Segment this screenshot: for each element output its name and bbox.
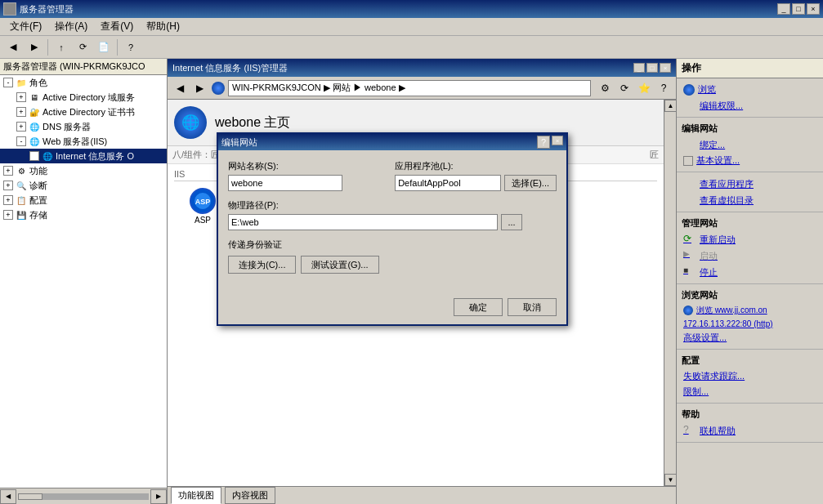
action-start[interactable]: ▶ 启动 xyxy=(677,248,823,264)
tree-toggle-cert[interactable]: + xyxy=(16,107,26,117)
action-browse-ip[interactable]: 172.16.113.222:80 (http) xyxy=(677,318,823,330)
nav-btn2[interactable]: ⟳ xyxy=(615,80,633,96)
menu-view[interactable]: 查看(V) xyxy=(94,18,140,35)
window-controls[interactable]: _ □ × xyxy=(777,3,820,15)
help-icon: ? xyxy=(683,424,696,437)
apps-icon xyxy=(683,177,696,190)
path-input[interactable] xyxy=(228,214,498,230)
left-panel-scrollbar[interactable]: ◀ ▶ xyxy=(0,488,167,504)
menu-action[interactable]: 操作(A) xyxy=(48,18,94,35)
tree-toggle-dns[interactable]: + xyxy=(16,122,26,132)
close-btn[interactable]: × xyxy=(807,3,820,15)
tree-item-diag[interactable]: + 🔍 诊断 xyxy=(0,178,167,193)
action-view-apps[interactable]: 查看应用程序 xyxy=(677,176,823,192)
action-group-app: 查看应用程序 查看虚拟目录 xyxy=(677,172,823,212)
test-settings-btn[interactable]: 测试设置(G)... xyxy=(301,256,378,274)
ok-btn[interactable]: 确定 xyxy=(454,298,503,316)
iis-back-btn[interactable]: ◀ xyxy=(171,80,189,96)
action-online-help[interactable]: ? 联机帮助 xyxy=(677,422,823,439)
action-limits[interactable]: 限制... xyxy=(677,384,823,399)
menu-file[interactable]: 文件(F) xyxy=(3,18,48,35)
select-pool-btn[interactable]: 选择(E)... xyxy=(504,175,557,191)
iis-minimize-btn[interactable]: _ xyxy=(633,63,645,73)
connect-as-btn[interactable]: 连接为(C)... xyxy=(228,256,296,274)
settings-icon xyxy=(683,156,693,166)
tree-item-dns[interactable]: + 🌐 DNS 服务器 xyxy=(0,119,167,134)
content-view-btn[interactable]: 内容视图 xyxy=(225,487,275,504)
action-browse-url[interactable]: 浏览 www.jj.com.on xyxy=(677,303,823,318)
tree-item-features[interactable]: + ⚙ 功能 xyxy=(0,163,167,178)
action-group-edit-site: 编辑网站 绑定... 基本设置... xyxy=(677,118,823,172)
action-view-vdir[interactable]: 查看虚拟目录 xyxy=(677,192,823,208)
action-edit-perms[interactable]: 编辑权限... xyxy=(677,97,823,114)
back-btn[interactable]: ◀ xyxy=(3,38,23,56)
folder-icon: 📁 xyxy=(15,76,28,89)
action-stop[interactable]: ■ 停止 xyxy=(677,264,823,280)
action-restart[interactable]: ⟳ 重新启动 xyxy=(677,231,823,248)
dialog-body: 网站名称(S): 应用程序池(L): 选择(E)... xyxy=(218,150,566,293)
nav-btn1[interactable]: ⚙ xyxy=(596,80,614,96)
dialog-controls[interactable]: ? × xyxy=(537,136,563,149)
dialog-question-btn[interactable]: ? xyxy=(537,136,550,149)
action-group-browse-site: 浏览网站 浏览 www.jj.com.on 172.16.113.222:80 … xyxy=(677,284,823,350)
nav-path-bar: WIN-PKRMGK9JCON ▶ 网站 ▶ webone ▶ xyxy=(228,80,591,96)
forward-btn[interactable]: ▶ xyxy=(25,38,44,56)
browse-site-title: 浏览网站 xyxy=(677,288,823,303)
site-name-input[interactable] xyxy=(228,175,342,191)
refresh-btn[interactable]: ⟳ xyxy=(73,38,92,56)
help-group-title: 帮助 xyxy=(677,407,823,422)
tree-item-config[interactable]: + 📋 配置 xyxy=(0,193,167,207)
help-icon[interactable]: ? xyxy=(121,38,141,56)
action-failed-req[interactable]: 失败请求跟踪... xyxy=(677,368,823,384)
app-pool-input[interactable] xyxy=(395,175,501,191)
dialog-close-btn[interactable]: × xyxy=(552,136,563,145)
tree-item-iis-mgr[interactable]: + 🌐 Internet 信息服务 O xyxy=(0,149,167,163)
tree-item-storage[interactable]: + 💾 存储 xyxy=(0,207,167,222)
tree-toggle-roles[interactable]: - xyxy=(3,78,13,87)
tree-toggle-iis-mgr[interactable]: + xyxy=(29,151,39,161)
browse-btn[interactable]: ... xyxy=(501,214,522,230)
vdir-icon xyxy=(683,194,696,207)
tree-toggle-diag[interactable]: + xyxy=(3,181,13,190)
tree-toggle-config[interactable]: + xyxy=(3,195,13,205)
tree-item-ad-domain[interactable]: + 🖥 Active Directory 域服务 xyxy=(0,90,167,105)
left-panel: 服务器管理器 (WIN-PKRMGK9JCO - 📁 角色 + 🖥 Active… xyxy=(0,59,168,504)
tree-item-iis[interactable]: - 🌐 Web 服务器(IIS) xyxy=(0,134,167,149)
up-btn[interactable]: ↑ xyxy=(51,38,71,56)
new-btn[interactable]: 📄 xyxy=(94,38,114,56)
minimize-btn[interactable]: _ xyxy=(777,3,790,15)
scroll-thumb xyxy=(18,493,42,500)
maximize-btn[interactable]: □ xyxy=(792,3,805,15)
nav-btn3[interactable]: ⭐ xyxy=(635,80,653,96)
tree-toggle-ad[interactable]: + xyxy=(16,92,26,102)
scroll-left-btn[interactable]: ◀ xyxy=(0,489,16,504)
tree-toggle-storage[interactable]: + xyxy=(3,210,13,220)
action-advanced[interactable]: 高级设置... xyxy=(677,330,823,346)
start-icon: ▶ xyxy=(683,249,696,262)
tree-item-ad-cert[interactable]: + 🔐 Active Directory 证书书 xyxy=(0,105,167,119)
cancel-btn[interactable]: 取消 xyxy=(508,298,557,316)
config-group-title: 配置 xyxy=(677,353,823,368)
iis-forward-btn[interactable]: ▶ xyxy=(190,80,208,96)
tree-item-roles[interactable]: - 📁 角色 xyxy=(0,75,167,90)
nav-help-btn[interactable]: ? xyxy=(655,80,673,96)
iis-restore-btn[interactable]: □ xyxy=(646,63,658,73)
site-name-row: 网站名称(S): 应用程序池(L): 选择(E)... xyxy=(228,160,557,191)
connect-row: 连接为(C)... 测试设置(G)... xyxy=(228,256,557,274)
window-title: 服务器管理器 xyxy=(20,3,777,16)
tree-toggle-features[interactable]: + xyxy=(3,166,13,176)
menu-help[interactable]: 帮助(H) xyxy=(140,18,186,35)
action-browse[interactable]: 浏览 xyxy=(677,82,823,97)
iis-titlebar: Internet 信息服务 (IIS)管理器 _ □ × xyxy=(168,59,676,77)
iis-close-btn[interactable]: × xyxy=(660,63,671,73)
edit-site-group-title: 编辑网站 xyxy=(677,121,823,136)
action-bind[interactable]: 绑定... xyxy=(677,136,823,153)
iis-panel: Internet 信息服务 (IIS)管理器 _ □ × ◀ ▶ WIN-PKR… xyxy=(168,59,676,504)
browse-icon xyxy=(683,84,695,96)
perms-icon xyxy=(683,99,696,112)
tree-toggle-iis[interactable]: - xyxy=(16,136,26,146)
scroll-right-btn[interactable]: ▶ xyxy=(150,489,167,504)
app-pool-col: 应用程序池(L): 选择(E)... xyxy=(395,160,557,191)
action-basic-settings[interactable]: 基本设置... xyxy=(677,153,823,168)
feature-view-btn[interactable]: 功能视图 xyxy=(171,487,221,504)
